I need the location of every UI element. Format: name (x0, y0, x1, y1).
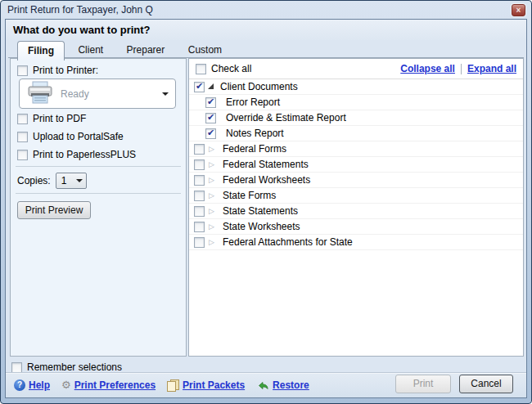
tree-checkbox[interactable] (205, 113, 216, 123)
tree-collapsed-icon[interactable]: ▷ (209, 145, 216, 153)
divider (461, 64, 462, 74)
tab-filing[interactable]: Filing (17, 41, 65, 61)
help-link-group[interactable]: ? Help (14, 379, 50, 391)
expand-all-link[interactable]: Expand all (467, 63, 516, 74)
tree-collapsed-icon[interactable]: ▷ (209, 191, 216, 200)
tab-custom[interactable]: Custom (178, 41, 232, 58)
print-to-paperlessplus-label: Print to PaperlessPLUS (33, 149, 136, 160)
tree-checkbox[interactable] (194, 82, 205, 92)
print-packets-link[interactable]: Print Packets (183, 379, 245, 391)
copies-stepper[interactable]: 1 (56, 173, 87, 189)
print-return-dialog: Print Return for Taxpayer, John Q × What… (0, 0, 532, 404)
print-options-panel: Print to Printer: Ready (10, 58, 187, 357)
printer-icon (26, 81, 54, 107)
divider (16, 166, 181, 167)
tree-row-state-forms[interactable]: ▷ State Forms (189, 188, 523, 204)
printer-select[interactable]: Ready (19, 79, 176, 109)
check-all-label: Check all (211, 63, 251, 74)
check-all-checkbox[interactable] (196, 64, 206, 74)
document-tree-panel: Check all Collapse all Expand all Client… (188, 58, 524, 357)
cancel-button[interactable]: Cancel (459, 375, 513, 393)
print-to-printer-option[interactable]: Print to Printer: (17, 65, 98, 76)
tree-checkbox[interactable] (194, 191, 205, 201)
tree-checkbox[interactable] (194, 222, 205, 232)
check-all-row: Check all Collapse all Expand all (189, 59, 523, 79)
print-packets-link-group[interactable]: Print Packets (167, 379, 245, 392)
tree-checkbox[interactable] (194, 159, 205, 170)
close-icon[interactable]: × (512, 4, 525, 16)
chevron-down-icon[interactable] (162, 92, 169, 96)
upload-to-portalsafe-checkbox[interactable] (17, 132, 28, 142)
print-button[interactable]: Print (395, 375, 451, 393)
copies-row: Copies: 1 (17, 173, 87, 189)
restore-link[interactable]: Restore (273, 379, 309, 391)
tree-collapsed-icon[interactable]: ▷ (209, 238, 216, 246)
tab-preparer[interactable]: Preparer (117, 41, 175, 58)
title-bar: Print Return for Taxpayer, John Q × (1, 1, 531, 19)
tree-row-error-report[interactable]: Error Report (189, 95, 523, 110)
restore-arrow-icon (256, 379, 269, 391)
footer-bar: ? Help ⚙ Print Preferences Print Packets… (6, 372, 526, 397)
tree-row-override-estimate-report[interactable]: Override & Estimate Report (189, 110, 523, 126)
remember-selections-label: Remember selections (27, 361, 122, 373)
print-preview-button[interactable]: Print Preview (17, 201, 91, 219)
print-to-pdf-label: Print to PDF (33, 113, 86, 124)
tree-collapsed-icon[interactable]: ▷ (209, 207, 216, 215)
chevron-down-icon (76, 179, 83, 182)
tree-row-state-worksheets[interactable]: ▷ State Worksheets (189, 219, 523, 235)
page-title: What do you want to print? (6, 20, 526, 40)
print-to-paperlessplus-option[interactable]: Print to PaperlessPLUS (17, 149, 136, 160)
collapse-all-link[interactable]: Collapse all (400, 63, 455, 74)
help-icon: ? (14, 379, 25, 391)
tree-checkbox[interactable] (194, 144, 205, 155)
tree-checkbox[interactable] (194, 175, 205, 186)
tree-checkbox[interactable] (194, 206, 205, 217)
print-preferences-link-group[interactable]: ⚙ Print Preferences (61, 379, 156, 391)
tree-row-state-statements[interactable]: ▷ State Statements (189, 204, 523, 219)
tree-row-federal-attachments-for-state[interactable]: ▷ Federal Attachments for State (189, 235, 523, 250)
tree-checkbox[interactable] (205, 97, 216, 108)
tree-row-federal-statements[interactable]: ▷ Federal Statements (189, 157, 523, 173)
print-to-printer-checkbox[interactable] (17, 65, 28, 76)
tab-strip: Filing Client Preparer Custom (8, 40, 524, 58)
tree-collapsed-icon[interactable]: ▷ (209, 160, 216, 168)
printer-status-text: Ready (61, 88, 162, 100)
tree-row-client-documents[interactable]: Client Documents (189, 79, 523, 95)
upload-to-portalsafe-label: Upload to PortalSafe (33, 131, 124, 142)
window-title: Print Return for Taxpayer, John Q (7, 4, 153, 16)
dialog-client-area: What do you want to print? Filing Client… (5, 19, 527, 398)
tab-client[interactable]: Client (68, 41, 113, 58)
print-to-paperlessplus-checkbox[interactable] (17, 150, 28, 160)
tree-row-federal-worksheets[interactable]: ▷ Federal Worksheets (189, 173, 523, 188)
tree-row-notes-report[interactable]: Notes Report (189, 126, 523, 141)
tree-row-federal-forms[interactable]: ▷ Federal Forms (189, 141, 523, 157)
copies-label: Copies: (17, 175, 51, 186)
print-to-printer-label: Print to Printer: (33, 65, 98, 76)
tree-expanded-icon[interactable] (208, 83, 214, 89)
pages-icon (167, 379, 179, 392)
divider (16, 193, 181, 194)
gear-icon: ⚙ (61, 379, 71, 391)
print-preferences-link[interactable]: Print Preferences (74, 379, 156, 391)
remember-selections-checkbox[interactable] (11, 362, 22, 373)
tree-collapsed-icon[interactable]: ▷ (209, 176, 216, 184)
print-to-pdf-checkbox[interactable] (17, 114, 28, 124)
restore-link-group[interactable]: Restore (256, 379, 309, 391)
copies-value: 1 (61, 175, 67, 186)
help-link[interactable]: Help (29, 379, 50, 391)
tree-checkbox[interactable] (205, 128, 216, 139)
remember-selections-option[interactable]: Remember selections (11, 361, 122, 373)
tree-checkbox[interactable] (194, 237, 205, 248)
tree-collapsed-icon[interactable]: ▷ (209, 222, 216, 231)
upload-to-portalsafe-option[interactable]: Upload to PortalSafe (17, 131, 124, 142)
print-to-pdf-option[interactable]: Print to PDF (17, 113, 86, 124)
